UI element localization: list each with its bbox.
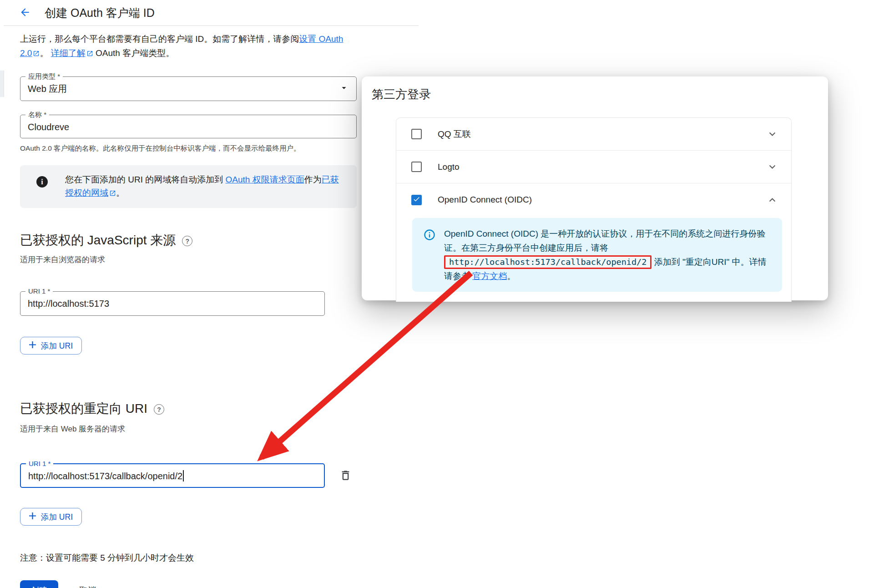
chevron-up-icon[interactable] <box>766 194 778 206</box>
oidc-alert-text: OpenID Connect (OIDC) 是一种开放的认证协议，用于在不同的系… <box>444 227 767 283</box>
back-button[interactable] <box>17 5 33 20</box>
create-button[interactable]: 创建 <box>20 580 58 588</box>
accordion-row-logto[interactable]: Logto <box>396 151 791 183</box>
app-type-select[interactable]: 应用类型 * Web 应用 <box>20 76 357 101</box>
chevron-down-icon[interactable] <box>766 128 778 140</box>
learn-more-link[interactable]: 详细了解 <box>51 48 86 58</box>
app-type-label: 应用类型 * <box>25 72 63 81</box>
redirect-uris-heading: 已获授权的重定向 URI ? <box>20 400 357 417</box>
add-js-origin-uri-button[interactable]: 添加 URI <box>20 337 82 355</box>
redirect-uri-value: http://localhost:5173/callback/openid/2 <box>21 464 324 488</box>
delete-uri-button[interactable] <box>338 468 353 484</box>
js-origins-heading: 已获授权的 JavaScript 来源 ? <box>20 232 357 249</box>
oauth-client-form: 上运行，那么每个平台都需要有自己的客户端 ID。如需了解详情，请参阅设置 OAu… <box>20 27 357 588</box>
callback-url-code: http://localhost:5173/callback/openid/2 <box>444 255 652 269</box>
add-uri-label: 添加 URI <box>41 512 73 522</box>
redirect-uris-subtitle: 适用于来自 Web 服务器的请求 <box>20 424 357 434</box>
checkbox-unchecked[interactable] <box>411 162 422 172</box>
alert-text-1: OpenID Connect (OIDC) 是一种开放的认证协议，用于在不同的系… <box>444 229 765 253</box>
oidc-info-alert: OpenID Connect (OIDC) 是一种开放的认证协议，用于在不同的系… <box>412 218 782 292</box>
info-icon: i <box>36 176 48 188</box>
propagation-note: 注意：设置可能需要 5 分钟到几小时才会生效 <box>20 552 357 564</box>
plus-icon <box>29 512 36 522</box>
page-title: 创建 OAuth 客户端 ID <box>45 5 155 20</box>
external-link-icon <box>109 187 116 200</box>
notice-text-2: 作为 <box>304 175 322 184</box>
create-oauth-client-page: 创建 OAuth 客户端 ID 上运行，那么每个平台都需要有自己的客户端 ID。… <box>0 0 869 588</box>
accordion-row-qq[interactable]: QQ 互联 <box>396 118 791 151</box>
official-docs-link[interactable]: 官方文档 <box>472 271 507 281</box>
intro-text-2: 。 <box>40 48 51 58</box>
check-icon <box>413 195 420 205</box>
alert-text-3: 。 <box>507 271 515 281</box>
chevron-down-icon[interactable] <box>766 161 778 173</box>
redirect-uri-text: http://localhost:5173/callback/openid/2 <box>28 471 182 481</box>
client-name-value: Cloudreve <box>20 115 356 139</box>
external-link-icon <box>86 47 93 61</box>
login-providers-accordion: QQ 互联 Logto OpenID Connect (OIDC) <box>396 117 792 302</box>
accordion-row-oidc[interactable]: OpenID Connect (OIDC) <box>396 183 791 216</box>
redirect-uri-row: URI 1 * http://localhost:5173/callback/o… <box>20 463 357 488</box>
provider-label: QQ 互联 <box>438 128 471 140</box>
text-cursor <box>183 470 184 482</box>
info-outline-icon <box>423 228 436 243</box>
intro-paragraph: 上运行，那么每个平台都需要有自己的客户端 ID。如需了解详情，请参阅设置 OAu… <box>20 32 357 61</box>
client-name-label: 名称 * <box>25 111 49 119</box>
panel-title: 第三方登录 <box>372 86 431 102</box>
checkbox-checked[interactable] <box>411 195 422 205</box>
intro-text-1: 上运行，那么每个平台都需要有自己的客户端 ID。如需了解详情，请参阅 <box>20 34 299 44</box>
app-type-value: Web 应用 <box>20 77 356 101</box>
third-party-login-panel: 第三方登录 QQ 互联 Logto OpenID Co <box>362 76 828 300</box>
info-banner: i 您在下面添加的 URI 的网域将自动添加到 OAuth 权限请求页面作为已获… <box>20 165 357 208</box>
provider-label: OpenID Connect (OIDC) <box>438 195 532 205</box>
checkbox-unchecked[interactable] <box>411 129 422 139</box>
trash-icon <box>339 476 352 483</box>
add-uri-label: 添加 URI <box>41 340 73 351</box>
client-name-helper: OAuth 2.0 客户端的名称。此名称仅用于在控制台中标识客户端，而不会显示给… <box>20 144 357 153</box>
notice-text-1: 您在下面添加的 URI 的网域将自动添加到 <box>65 175 226 184</box>
notice-text-3: 。 <box>116 188 125 198</box>
provider-label: Logto <box>438 162 460 172</box>
left-edge-strip <box>0 71 4 97</box>
cancel-button[interactable]: 取消 <box>79 585 96 588</box>
plus-icon <box>29 341 36 350</box>
external-link-icon <box>33 47 40 61</box>
redirect-uris-title: 已获授权的重定向 URI <box>20 400 147 417</box>
js-origin-uri-label: URI 1 * <box>25 287 53 295</box>
arrow-left-icon <box>19 6 31 20</box>
client-name-input[interactable]: 名称 * Cloudreve <box>20 115 357 138</box>
dropdown-caret-icon <box>339 83 349 95</box>
card-top-divider <box>4 25 419 26</box>
intro-text-3: OAuth 客户端类型。 <box>93 48 174 58</box>
js-origin-uri-value: http://localhost:5173 <box>20 292 324 315</box>
js-origins-subtitle: 适用于来自浏览器的请求 <box>20 254 357 265</box>
help-icon[interactable]: ? <box>182 236 192 246</box>
info-banner-text: 您在下面添加的 URI 的网域将自动添加到 OAuth 权限请求页面作为已获授权… <box>65 173 346 200</box>
js-origins-title: 已获授权的 JavaScript 来源 <box>20 232 176 249</box>
form-actions: 创建 取消 <box>20 580 357 588</box>
js-origin-uri-input[interactable]: URI 1 * http://localhost:5173 <box>20 291 325 316</box>
add-redirect-uri-button[interactable]: 添加 URI <box>20 508 82 526</box>
consent-screen-link[interactable]: OAuth 权限请求页面 <box>226 175 304 184</box>
page-header: 创建 OAuth 客户端 ID <box>0 0 869 25</box>
help-icon[interactable]: ? <box>154 404 164 415</box>
redirect-uri-input[interactable]: URI 1 * http://localhost:5173/callback/o… <box>20 463 325 488</box>
redirect-uri-label: URI 1 * <box>26 460 53 467</box>
